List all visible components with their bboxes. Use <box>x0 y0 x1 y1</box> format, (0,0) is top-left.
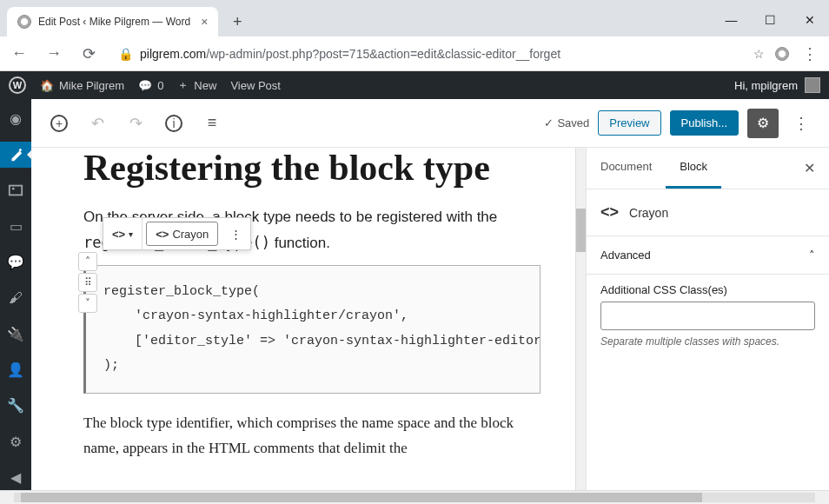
comments-link[interactable]: 💬0 <box>138 79 163 92</box>
back-button[interactable]: ← <box>7 44 31 63</box>
block-toolbar: <>▾ <>Crayon ⋮ <box>103 217 251 250</box>
url-path: /wp-admin/post.php?post=715&action=edit&… <box>206 47 560 61</box>
redo-button[interactable]: ↷ <box>122 109 149 137</box>
wp-sidebar: ◉ ▭ 💬 🖌 🔌 👤 🔧 ⚙ ◀ <box>0 99 31 490</box>
forward-button[interactable]: → <box>42 44 66 63</box>
comment-icon: 💬 <box>138 79 152 92</box>
code-icon: <> <box>156 228 169 241</box>
crayon-code-block[interactable]: register_block_type( 'crayon-syntax-high… <box>83 265 541 394</box>
settings-gear-button[interactable]: ⚙ <box>747 109 779 138</box>
paragraph-block[interactable]: The block type identifier, which compris… <box>83 411 541 461</box>
svg-point-1 <box>12 188 15 190</box>
wp-admin-bar: W 🏠Mike Pilgrem 💬0 ＋New View Post Hi, mp… <box>0 71 829 99</box>
site-link[interactable]: 🏠Mike Pilgrem <box>40 79 124 92</box>
para-text: function. <box>270 235 330 251</box>
section-title: Advanced <box>600 249 651 262</box>
block-type-switcher[interactable]: <>▾ <box>103 218 143 249</box>
address-bar[interactable]: 🔒 pilgrem.com/wp-admin/post.php?post=715… <box>111 47 765 61</box>
sidebar-posts-icon[interactable] <box>0 142 31 167</box>
post-title[interactable]: Registering the block type <box>83 148 541 188</box>
css-classes-hint: Separate multiple classes with spaces. <box>600 335 815 348</box>
horizontal-scrollbar[interactable] <box>0 490 829 504</box>
reload-button[interactable]: ⟳ <box>76 44 101 63</box>
new-link[interactable]: ＋New <box>177 77 216 93</box>
block-more-options[interactable]: ⋮ <box>222 218 250 249</box>
wp-logo-icon[interactable]: W <box>9 76 26 94</box>
close-window-button[interactable]: ✕ <box>790 12 829 36</box>
close-panel-button[interactable]: ✕ <box>790 148 829 189</box>
check-icon: ✓ <box>544 116 554 129</box>
sidebar-media-icon[interactable] <box>0 178 31 203</box>
sidebar-plugins-icon[interactable]: 🔌 <box>0 322 31 347</box>
favicon <box>17 15 31 29</box>
css-classes-input[interactable] <box>600 302 815 330</box>
sidebar-collapse-icon[interactable]: ◀ <box>0 465 31 490</box>
greeting[interactable]: Hi, mpilgrem <box>734 79 798 92</box>
info-button[interactable]: i <box>160 109 188 137</box>
tab-document[interactable]: Document <box>587 148 666 189</box>
more-menu-button[interactable]: ⋮ <box>787 109 815 137</box>
code-icon: <> <box>112 228 125 241</box>
code-icon: <> <box>600 203 619 222</box>
move-up-button[interactable]: ˄ <box>78 252 97 271</box>
outline-button[interactable]: ≡ <box>198 109 226 137</box>
add-block-button[interactable]: + <box>45 109 73 137</box>
sidebar-settings-icon[interactable]: ⚙ <box>0 428 31 454</box>
url-host: pilgrem.com <box>140 47 206 61</box>
publish-button[interactable]: Publish... <box>670 110 739 136</box>
vertical-scrollbar[interactable] <box>575 148 586 490</box>
chevron-up-icon: ˄ <box>809 249 815 262</box>
content-area[interactable]: <>▾ <>Crayon ⋮ ˄ ⠿ ˅ Registering the blo… <box>31 148 575 490</box>
block-info: <> Crayon <box>587 189 829 236</box>
undo-button[interactable]: ↶ <box>83 109 111 137</box>
browser-menu-icon[interactable]: ⋮ <box>798 44 822 63</box>
sidebar-dashboard-icon[interactable]: ◉ <box>0 106 31 131</box>
browser-titlebar: Edit Post ‹ Mike Pilgrem — Word × + — ☐ … <box>0 0 829 36</box>
minimize-button[interactable]: — <box>712 12 751 36</box>
move-down-button[interactable]: ˅ <box>78 294 97 313</box>
sidebar-pages-icon[interactable]: ▭ <box>0 214 31 239</box>
tab-title: Edit Post ‹ Mike Pilgrem — Word <box>38 16 190 28</box>
maximize-button[interactable]: ☐ <box>751 12 790 36</box>
block-mover: ˄ ⠿ ˅ <box>78 252 97 313</box>
sidebar-users-icon[interactable]: 👤 <box>0 357 31 382</box>
tab-block[interactable]: Block <box>666 148 721 189</box>
window-controls: — ☐ ✕ <box>712 12 829 36</box>
advanced-section-header[interactable]: Advanced ˄ <box>587 236 829 275</box>
new-tab-button[interactable]: + <box>225 10 249 34</box>
css-classes-label: Additional CSS Class(es) <box>600 283 815 296</box>
block-name: Crayon <box>629 206 668 220</box>
tab-close-icon[interactable]: × <box>201 15 208 29</box>
editor-toolbar: + ↶ ↷ i ≡ ✓Saved Preview Publish... ⚙ ⋮ <box>31 99 829 148</box>
lock-icon: 🔒 <box>118 47 133 61</box>
bookmark-icon[interactable]: ☆ <box>753 47 765 61</box>
svg-rect-0 <box>10 186 22 196</box>
settings-panel: Document Block ✕ <> Crayon Advanced ˄ Ad… <box>586 148 829 490</box>
drag-handle[interactable]: ⠿ <box>78 273 97 292</box>
block-crayon-chip[interactable]: <>Crayon <box>146 222 218 246</box>
plus-icon: ＋ <box>177 77 189 93</box>
browser-toolbar: ← → ⟳ 🔒 pilgrem.com/wp-admin/post.php?po… <box>0 36 829 71</box>
sidebar-appearance-icon[interactable]: 🖌 <box>0 285 31 310</box>
home-icon: 🏠 <box>40 79 54 92</box>
view-post-link[interactable]: View Post <box>230 79 281 92</box>
browser-tab[interactable]: Edit Post ‹ Mike Pilgrem — Word × <box>7 7 218 36</box>
preview-button[interactable]: Preview <box>598 110 660 136</box>
sidebar-tools-icon[interactable]: 🔧 <box>0 393 31 418</box>
save-status: ✓Saved <box>544 116 589 129</box>
extension-icon[interactable] <box>775 47 789 61</box>
avatar[interactable] <box>805 77 820 93</box>
sidebar-comments-icon[interactable]: 💬 <box>0 249 31 275</box>
